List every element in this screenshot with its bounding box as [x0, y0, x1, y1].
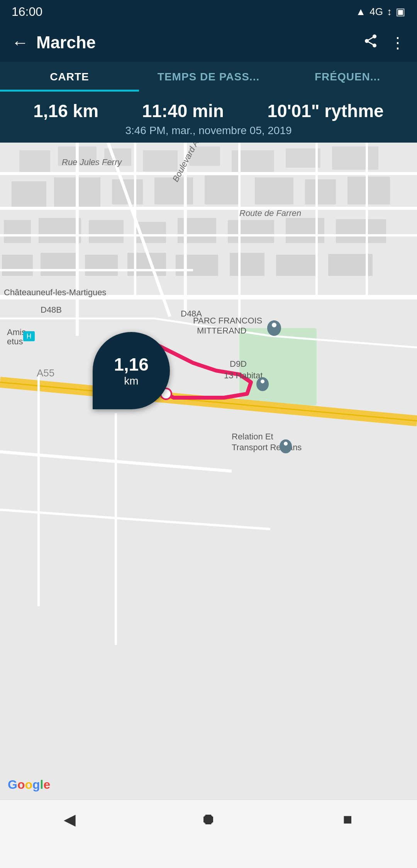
menu-button[interactable]: ⋮ [390, 34, 405, 51]
svg-text:Relation Et: Relation Et [232, 432, 273, 441]
svg-rect-27 [85, 255, 118, 276]
bubble-unit: km [124, 375, 138, 387]
svg-rect-6 [232, 150, 274, 174]
svg-rect-33 [239, 328, 317, 405]
svg-text:Amis: Amis [7, 327, 26, 337]
svg-text:Rue Jules Ferry: Rue Jules Ferry [62, 157, 122, 167]
svg-text:etus: etus [7, 337, 23, 346]
stats-bar: 1,16 km 11:40 min 10'01" rythme 3:46 PM,… [0, 93, 417, 143]
svg-text:Route de Farren: Route de Farren [239, 208, 301, 218]
svg-point-78 [261, 380, 264, 383]
svg-rect-24 [336, 219, 386, 243]
svg-rect-9 [12, 181, 46, 208]
svg-rect-12 [154, 177, 193, 204]
svg-rect-23 [286, 218, 324, 243]
back-button[interactable]: ← [12, 33, 29, 52]
google-logo: Google [8, 778, 50, 792]
stat-distance: 1,16 km [33, 100, 98, 121]
svg-text:H: H [27, 332, 32, 340]
svg-rect-16 [348, 177, 390, 204]
tab-temps[interactable]: TEMPS DE PASS... [139, 62, 278, 92]
svg-text:A55: A55 [37, 367, 54, 379]
svg-text:PARC FRANCOIS: PARC FRANCOIS [193, 316, 262, 325]
tab-frequence[interactable]: FRÉQUEN... [278, 62, 417, 92]
stat-pace: 10'01" rythme [267, 100, 383, 121]
signal-icon: ▲ [356, 6, 366, 18]
svg-rect-8 [332, 146, 378, 170]
app-bar: ← Marche ⋮ [0, 23, 417, 62]
nav-home-button[interactable]: ⏺ [193, 804, 224, 835]
svg-rect-15 [305, 179, 336, 204]
svg-rect-29 [176, 255, 218, 276]
svg-text:D9D: D9D [230, 359, 247, 369]
stats-row: 1,16 km 11:40 min 10'01" rythme [12, 100, 405, 121]
svg-rect-4 [143, 150, 178, 172]
nav-recent-button[interactable]: ■ [332, 804, 363, 835]
svg-rect-25 [2, 255, 33, 276]
svg-rect-26 [41, 253, 77, 276]
app-bar-left: ← Marche [12, 33, 96, 52]
svg-rect-21 [178, 218, 216, 243]
svg-rect-7 [286, 148, 320, 168]
svg-rect-13 [205, 175, 239, 204]
battery-icon: ▣ [396, 6, 405, 18]
share-button[interactable] [363, 33, 378, 52]
data-icon: ↕ [387, 6, 392, 18]
svg-text:D48B: D48B [41, 305, 62, 315]
status-time: 16:00 [12, 5, 42, 19]
svg-rect-18 [39, 218, 81, 243]
map-container[interactable]: Rue Jules Ferry Route de Farren Châteaun… [0, 143, 417, 800]
svg-rect-14 [255, 177, 293, 204]
svg-point-74 [272, 323, 276, 327]
status-bar: 16:00 ▲ 4G ↕ ▣ [0, 0, 417, 23]
svg-text:13 Habitat: 13 Habitat [224, 371, 263, 380]
app-bar-title: Marche [36, 33, 96, 52]
stats-date: 3:46 PM, mar., novembre 05, 2019 [12, 124, 405, 137]
svg-rect-30 [230, 253, 264, 276]
stat-duration: 11:40 min [142, 100, 224, 121]
route-distance-bubble: 1,16 km [93, 332, 170, 409]
svg-rect-31 [276, 255, 317, 276]
tab-carte[interactable]: CARTE [0, 62, 139, 92]
network-type: 4G [370, 6, 383, 18]
svg-text:MITTERAND: MITTERAND [197, 326, 246, 335]
svg-rect-28 [127, 253, 166, 276]
svg-text:Châteauneuf-les-Martigues: Châteauneuf-les-Martigues [4, 288, 106, 297]
svg-rect-1 [19, 150, 50, 174]
svg-rect-22 [228, 220, 274, 243]
nav-back-button[interactable]: ◀ [54, 804, 85, 835]
tabs-bar: CARTE TEMPS DE PASS... FRÉQUEN... [0, 62, 417, 93]
svg-rect-17 [4, 220, 31, 243]
bottom-nav: ◀ ⏺ ■ [0, 800, 417, 838]
bubble-distance: 1,16 [114, 354, 149, 375]
svg-point-82 [284, 442, 288, 446]
svg-rect-19 [89, 220, 124, 243]
app-bar-actions: ⋮ [363, 33, 405, 52]
status-icons: ▲ 4G ↕ ▣ [356, 6, 405, 18]
